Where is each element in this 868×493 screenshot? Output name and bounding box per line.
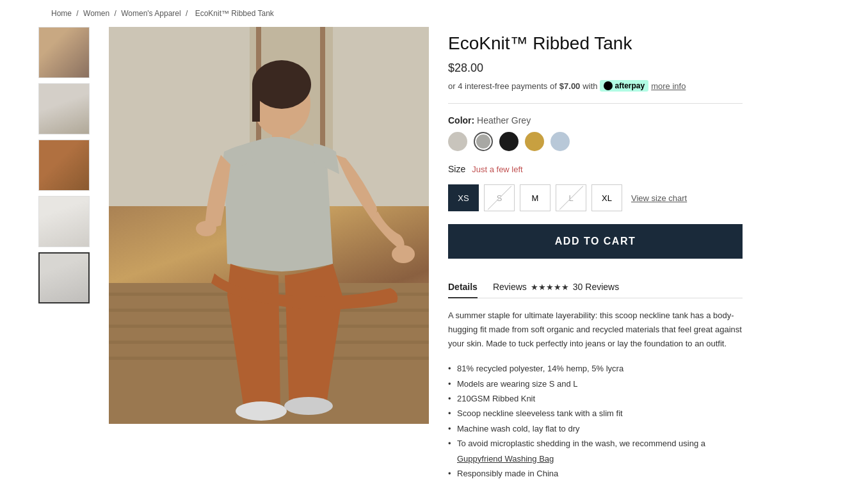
bullet-4: Scoop neckline sleeveless tank with a sl… (448, 406, 743, 421)
tab-details[interactable]: Details (448, 277, 478, 298)
add-to-cart-button[interactable]: ADD TO CART (448, 224, 743, 259)
svg-point-17 (284, 397, 333, 415)
view-size-chart-link[interactable]: View size chart (631, 193, 687, 203)
color-swatch-light-blue[interactable] (551, 132, 570, 151)
thumbnail-2[interactable] (38, 83, 90, 134)
tab-reviews[interactable]: Reviews ★★★★★ 30 Reviews (493, 277, 619, 298)
breadcrumb-women[interactable]: Women (83, 9, 109, 18)
size-l[interactable]: L (556, 184, 586, 211)
breadcrumb-womens-apparel[interactable]: Women's Apparel (121, 9, 181, 18)
svg-point-11 (252, 60, 311, 109)
bullet-7: Responsibly made in China (448, 466, 743, 481)
product-title: EcoKnit™ Ribbed Tank (448, 33, 743, 54)
product-description: A summer staple for ultimate layerabilit… (448, 309, 743, 351)
divider-1 (448, 103, 743, 104)
afterpay-logo: afterpay (600, 80, 648, 92)
color-swatch-gold[interactable] (525, 132, 544, 151)
afterpay-more-info[interactable]: more info (651, 81, 686, 91)
color-label: Color: Heather Grey (448, 115, 743, 125)
bullet-2: Models are wearing size S and L (448, 376, 743, 391)
bullet-3: 210GSM Ribbed Knit (448, 391, 743, 406)
size-xl[interactable]: XL (591, 184, 622, 211)
svg-point-15 (196, 221, 216, 236)
svg-point-14 (392, 245, 415, 263)
thumbnail-1[interactable] (38, 27, 90, 78)
size-m[interactable]: M (520, 184, 551, 211)
color-selected-name: Heather Grey (477, 115, 531, 125)
svg-point-16 (236, 401, 287, 421)
svg-rect-12 (252, 83, 260, 122)
main-product-image (109, 27, 429, 424)
color-swatch-heather-grey[interactable] (474, 132, 493, 151)
afterpay-line: or 4 interest-free payments of $7.00 wit… (448, 80, 743, 92)
size-availability-note: Just a few left (472, 165, 522, 174)
size-label: Size (448, 164, 465, 174)
afterpay-with: with (583, 81, 597, 91)
product-tabs: Details Reviews ★★★★★ 30 Reviews (448, 277, 743, 298)
thumbnail-4[interactable] (38, 196, 90, 247)
product-layout: EcoKnit™ Ribbed Tank $28.00 or 4 interes… (0, 27, 868, 493)
size-s[interactable]: S (484, 184, 515, 211)
size-row: Size Just a few left (448, 164, 743, 174)
afterpay-amount: $7.00 (559, 81, 581, 91)
reviews-label: Reviews (493, 282, 527, 292)
breadcrumb: Home / Women / Women's Apparel / EcoKnit… (0, 0, 868, 27)
reviews-count: 30 Reviews (573, 282, 619, 292)
size-xs[interactable]: XS (448, 184, 479, 211)
color-swatch-black[interactable] (499, 132, 518, 151)
size-options: XS S M L XL View size chart (448, 184, 743, 211)
afterpay-prefix: or 4 interest-free payments of (448, 81, 557, 91)
bullet-6: To avoid microplastic shedding in the wa… (448, 436, 743, 466)
color-swatches (448, 132, 743, 151)
thumbnail-3[interactable] (38, 140, 90, 191)
reviews-stars: ★★★★★ (531, 282, 569, 292)
thumbnail-5[interactable] (38, 252, 90, 303)
svg-rect-3 (320, 27, 325, 155)
afterpay-icon (604, 81, 613, 90)
breadcrumb-home[interactable]: Home (51, 9, 72, 18)
thumbnail-list (38, 27, 90, 481)
bullet-5: Machine wash cold, lay flat to dry (448, 421, 743, 436)
color-swatch-light-grey[interactable] (448, 132, 467, 151)
product-info: EcoKnit™ Ribbed Tank $28.00 or 4 interes… (448, 27, 743, 481)
breadcrumb-current: EcoKnit™ Ribbed Tank (195, 9, 274, 18)
bullet-1: 81% recycled polyester, 14% hemp, 5% lyc… (448, 361, 743, 376)
product-price: $28.00 (448, 61, 743, 75)
product-bullets: 81% recycled polyester, 14% hemp, 5% lyc… (448, 361, 743, 481)
guppyfriend-link[interactable]: Guppyfriend Washing Bag (457, 454, 554, 464)
